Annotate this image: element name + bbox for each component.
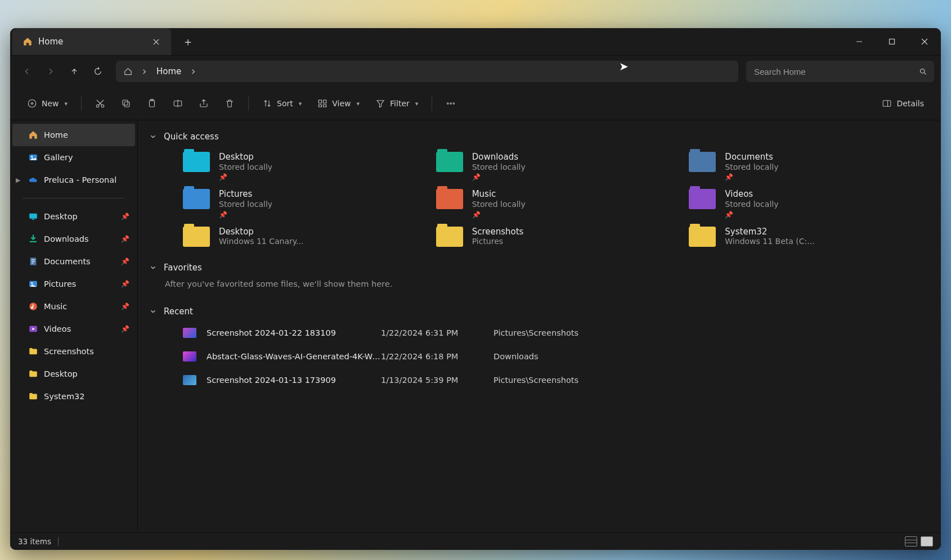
- breadcrumb-home-icon: [124, 67, 132, 76]
- cut-icon: [95, 98, 105, 109]
- folder-icon: [436, 189, 463, 209]
- recent-item[interactable]: Screenshot 2024-01-13 1739091/13/2024 5:…: [149, 368, 930, 392]
- folder-icon: [183, 152, 210, 172]
- svg-rect-13: [324, 105, 326, 107]
- tab-close-button[interactable]: [149, 34, 163, 49]
- recent-item[interactable]: Screenshot 2024-01-22 1831091/22/2024 6:…: [149, 321, 930, 345]
- breadcrumb-bar[interactable]: Home: [116, 61, 738, 82]
- svg-rect-20: [29, 214, 37, 219]
- sidebar-item-videos[interactable]: Videos📌: [12, 318, 135, 340]
- sidebar-item-home[interactable]: Home: [12, 124, 135, 146]
- favorites-empty-text: After you've favorited some files, we'll…: [149, 277, 930, 302]
- search-input[interactable]: [753, 66, 914, 77]
- pin-icon: 📌: [121, 213, 129, 220]
- sidebar-item-gallery[interactable]: Gallery: [12, 146, 135, 169]
- new-button[interactable]: New▾: [20, 94, 74, 113]
- close-button[interactable]: [908, 28, 941, 55]
- nav-row: Home: [10, 56, 941, 87]
- copy-button[interactable]: [114, 94, 138, 113]
- pin-icon: 📌: [121, 280, 129, 288]
- details-view-button[interactable]: [905, 536, 917, 547]
- quick-access-system32[interactable]: System32Windows 11 Beta (C:...: [689, 227, 924, 247]
- paste-icon: [147, 98, 157, 109]
- sidebar: HomeGallery▶Preluca - PersonalDesktop📌Do…: [10, 120, 138, 532]
- thumbnails-view-button[interactable]: [921, 536, 933, 547]
- pin-icon: 📌: [219, 211, 272, 219]
- details-pane-button[interactable]: Details: [875, 94, 931, 113]
- filter-button[interactable]: Filter▾: [369, 94, 425, 113]
- search-box[interactable]: [746, 61, 934, 82]
- more-button[interactable]: [439, 94, 463, 113]
- sort-button[interactable]: Sort▾: [255, 94, 308, 113]
- svg-rect-24: [32, 259, 35, 260]
- share-button[interactable]: [192, 94, 216, 113]
- svg-point-15: [450, 103, 452, 105]
- delete-button[interactable]: [218, 94, 241, 113]
- dots-icon: [446, 98, 456, 109]
- downloads-icon: [28, 234, 38, 244]
- view-icon: [317, 98, 328, 109]
- svg-rect-10: [319, 100, 322, 103]
- svg-rect-26: [32, 263, 34, 263]
- svg-point-14: [447, 103, 449, 105]
- svg-rect-31: [33, 304, 34, 308]
- section-favorites[interactable]: Favorites: [149, 258, 930, 277]
- quick-access-downloads[interactable]: DownloadsStored locally📌: [436, 152, 671, 181]
- maximize-button[interactable]: [876, 28, 908, 55]
- rename-button[interactable]: [166, 94, 190, 113]
- sidebar-item-pictures[interactable]: Pictures📌: [12, 273, 135, 295]
- minimize-button[interactable]: [843, 28, 876, 55]
- item-count: 33 items: [18, 537, 51, 546]
- search-icon: [919, 67, 927, 76]
- paste-button[interactable]: [140, 94, 164, 113]
- chevron-down-icon: [149, 133, 157, 141]
- chevron-right-icon: [189, 67, 198, 76]
- toolbar: New▾ Sort▾ View▾ Filter▾ Details: [10, 87, 941, 120]
- breadcrumb-location[interactable]: Home: [156, 66, 181, 76]
- forward-button[interactable]: [41, 61, 61, 82]
- onedrive-icon: [28, 175, 38, 185]
- tab-home[interactable]: Home: [12, 28, 171, 55]
- refresh-button[interactable]: [88, 61, 108, 82]
- sidebar-item-desktop[interactable]: Desktop: [12, 363, 135, 385]
- sidebar-item-downloads[interactable]: Downloads📌: [12, 228, 135, 250]
- pin-icon: 📌: [725, 211, 778, 219]
- sidebar-item-screenshots[interactable]: Screenshots: [12, 340, 135, 363]
- sidebar-item-desktop[interactable]: Desktop📌: [12, 205, 135, 228]
- pin-icon: 📌: [121, 325, 129, 333]
- quick-access-music[interactable]: MusicStored locally📌: [436, 189, 671, 218]
- svg-rect-5: [124, 102, 129, 107]
- quick-access-pictures[interactable]: PicturesStored locally📌: [183, 189, 418, 218]
- recent-item[interactable]: Abstact-Glass-Waves-AI-Generated-4K-Wal.…: [149, 345, 930, 368]
- sidebar-item-system32[interactable]: System32: [12, 385, 135, 408]
- new-tab-button[interactable]: ＋: [177, 34, 199, 49]
- quick-access-documents[interactable]: DocumentsStored locally📌: [689, 152, 924, 181]
- up-button[interactable]: [64, 61, 84, 82]
- sidebar-item-music[interactable]: Music📌: [12, 295, 135, 318]
- section-recent[interactable]: Recent: [149, 302, 930, 321]
- sidebar-item-preluca-personal[interactable]: ▶Preluca - Personal: [12, 169, 135, 191]
- videos-icon: [28, 324, 38, 334]
- view-button[interactable]: View▾: [311, 94, 366, 113]
- thumbnail-icon: [183, 328, 196, 338]
- quick-access-videos[interactable]: VideosStored locally📌: [689, 189, 924, 218]
- svg-rect-11: [324, 100, 326, 103]
- desktop-icon: [28, 211, 38, 222]
- folder-icon: [689, 227, 716, 247]
- sidebar-item-documents[interactable]: Documents📌: [12, 250, 135, 273]
- folder-icon: [183, 189, 210, 209]
- quick-access-desktop[interactable]: DesktopWindows 11 Canary...: [183, 227, 418, 247]
- svg-rect-6: [123, 100, 128, 105]
- svg-rect-22: [30, 241, 37, 242]
- pin-icon: 📌: [472, 211, 526, 219]
- tab-title: Home: [38, 37, 63, 47]
- cut-button[interactable]: [88, 94, 112, 113]
- rename-icon: [173, 98, 183, 109]
- titlebar: Home ＋: [10, 28, 941, 56]
- back-button[interactable]: [17, 61, 37, 82]
- quick-access-screenshots[interactable]: ScreenshotsPictures: [436, 227, 671, 247]
- folder-icon: [183, 227, 210, 247]
- quick-access-desktop[interactable]: DesktopStored locally📌: [183, 152, 418, 181]
- section-quick-access[interactable]: Quick access: [149, 127, 930, 146]
- documents-icon: [28, 256, 38, 267]
